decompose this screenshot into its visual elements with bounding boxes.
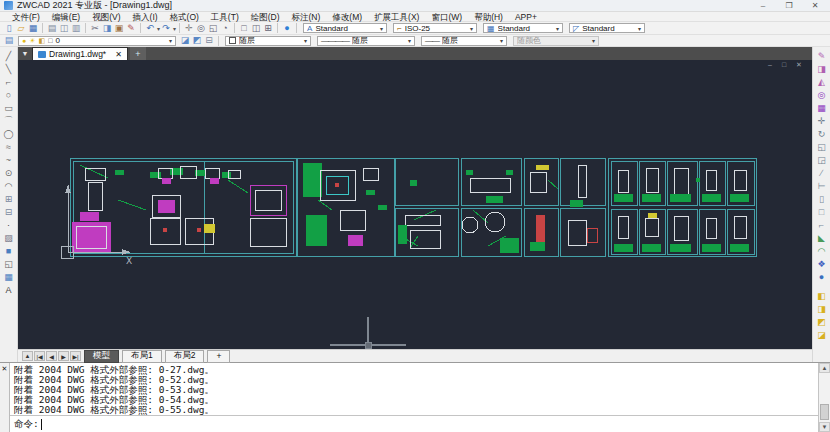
command-close-icon[interactable]: ✕ [2,365,8,373]
new-icon[interactable]: ▯ [3,23,15,34]
menu-item[interactable]: 修改(M) [326,12,368,22]
print-preview-icon[interactable]: ◫ [58,23,70,34]
maximize-button[interactable]: ❒ [778,0,800,12]
zoom-realtime-icon[interactable]: ◎ [195,23,207,34]
help-icon[interactable]: ● [281,23,293,34]
send-under-icon[interactable]: ◪ [815,328,829,341]
layout-tab-布局1[interactable]: 布局1 [122,350,162,363]
viewport-four-icon[interactable]: ⊞ [262,23,274,34]
ellipse-arc-icon[interactable]: ◠ [2,179,16,192]
arc-icon[interactable]: ⌒ [2,114,16,127]
paste-icon[interactable]: ▣ [113,23,125,34]
scrollbar-track[interactable] [819,373,830,422]
scrollbar-thumb[interactable] [820,404,829,420]
plotstyle-control[interactable]: 随颜色▾ [513,36,599,46]
make-object-layer-current-icon[interactable]: ◪ [179,35,191,46]
send-to-back-icon[interactable]: ◨ [815,302,829,315]
plot-icon[interactable]: ▤ [46,23,58,34]
command-expand-button[interactable]: ▲ [22,351,33,361]
table-icon[interactable]: ▦ [2,270,16,283]
menu-item[interactable]: APP+ [509,12,543,22]
spline-icon[interactable]: ~ [2,153,16,166]
text-style-dropdown[interactable]: AStandard▾ [303,23,387,33]
trim-icon[interactable]: ∕ [815,166,829,179]
menu-item[interactable]: 工具(T) [205,12,245,22]
scroll-up-icon[interactable]: ▲ [819,363,830,373]
move-icon[interactable]: ✛ [815,114,829,127]
scroll-down-icon[interactable]: ▼ [819,422,830,432]
chevron-down-icon[interactable]: ▾ [169,37,172,44]
layer-dropdown[interactable]: ●☀◧□0▾ [18,36,176,46]
menu-item[interactable]: 扩展工具(X) [368,12,425,22]
line-icon[interactable]: ╱ [2,49,16,62]
insert-block-icon[interactable]: ⊞ [2,192,16,205]
bring-to-front-icon[interactable]: ◧ [815,289,829,302]
bring-above-icon[interactable]: ◩ [815,315,829,328]
mirror-icon[interactable]: ◭ [815,75,829,88]
zoom-window-icon[interactable]: ◱ [207,23,219,34]
mdi-window-controls[interactable]: – □ ✕ [768,61,806,69]
chevron-down-icon[interactable]: ▾ [556,25,559,32]
menu-item[interactable]: 帮助(H) [468,12,509,22]
new-layout-tab-button[interactable]: + [207,350,230,363]
tab-list-button[interactable]: ▼ [18,47,32,60]
lineweight-control[interactable]: ——随层▾ [421,36,507,46]
redo-dropdown-arrow[interactable]: ▾ [173,25,176,32]
offset-icon[interactable]: ◎ [815,88,829,101]
redo-icon[interactable]: ↷ [160,23,172,34]
chamfer-icon[interactable]: ◣ [815,231,829,244]
menu-item[interactable]: 编辑(E) [46,12,86,22]
save-icon[interactable]: ▦ [27,23,39,34]
hatch-icon[interactable]: ▨ [2,231,16,244]
polygon-icon[interactable]: ○ [2,88,16,101]
command-scrollbar[interactable]: ▲ ▼ [818,363,830,432]
circle-icon[interactable]: ◯ [2,127,16,140]
point-icon[interactable]: · [2,218,16,231]
cut-icon[interactable]: ✂ [89,23,101,34]
chevron-down-icon[interactable]: ▾ [304,37,307,44]
revision-cloud-icon[interactable]: ≈ [2,140,16,153]
chevron-down-icon[interactable]: ▾ [470,25,473,32]
scale-icon[interactable]: ◱ [815,140,829,153]
chevron-down-icon[interactable]: ▾ [408,37,411,44]
publish-icon[interactable]: ▥ [70,23,82,34]
match-properties-icon[interactable]: ✎ [125,23,137,34]
menu-item[interactable]: 文件(F) [6,12,46,22]
layer-properties-manager-icon[interactable]: ▤ [3,35,15,46]
layout-tab-模型[interactable]: 模型 [84,350,119,363]
tab-nav-button-2[interactable]: ▶ [58,351,69,361]
chevron-down-icon[interactable]: ▾ [500,37,503,44]
layer-previous-icon[interactable]: ◩ [191,35,203,46]
model-space-view[interactable]: X [18,60,812,349]
make-block-icon[interactable]: ⊟ [2,205,16,218]
break-at-point-icon[interactable]: ▯ [815,192,829,205]
viewport-single-icon[interactable]: □ [238,23,250,34]
menu-item[interactable]: 插入(I) [127,12,164,22]
copy-clip-icon[interactable]: ◨ [101,23,113,34]
menu-item[interactable]: 格式(O) [164,12,205,22]
menu-item[interactable]: 视图(V) [86,12,126,22]
rotate-icon[interactable]: ↻ [815,127,829,140]
explode-icon[interactable]: ❖ [815,257,829,270]
command-history[interactable]: 附着 2004 DWG 格式外部参照: 0-27.dwg。 附着 2004 DW… [10,363,818,415]
minimize-button[interactable]: – [752,0,774,12]
layer-states-icon[interactable]: ⊟ [203,35,215,46]
chevron-down-icon[interactable]: ▾ [638,25,641,32]
blend-icon[interactable]: ● [815,270,829,283]
command-input-line[interactable]: 命令: [10,415,818,432]
fillet-icon[interactable]: ◠ [815,244,829,257]
undo-icon[interactable]: ↶ [144,23,156,34]
erase-icon[interactable]: ✎ [815,49,829,62]
document-tab[interactable]: Drawing1.dwg*✕ [32,47,128,60]
ellipse-icon[interactable]: ⊙ [2,166,16,179]
color-control[interactable]: 随层▾ [225,36,311,46]
table-style-dropdown[interactable]: ▦Standard▾ [483,23,563,33]
region-icon[interactable]: ◱ [2,257,16,270]
dim-style-dropdown[interactable]: ⌐ISO-25▾ [393,23,477,33]
stretch-icon[interactable]: ◲ [815,153,829,166]
array-icon[interactable]: ▦ [815,101,829,114]
multiline-text-icon[interactable]: A [2,283,16,296]
tab-nav-button-3[interactable]: ▶| [70,351,81,361]
gradient-icon[interactable]: ■ [2,244,16,257]
viewport-two-icon[interactable]: ◫ [250,23,262,34]
